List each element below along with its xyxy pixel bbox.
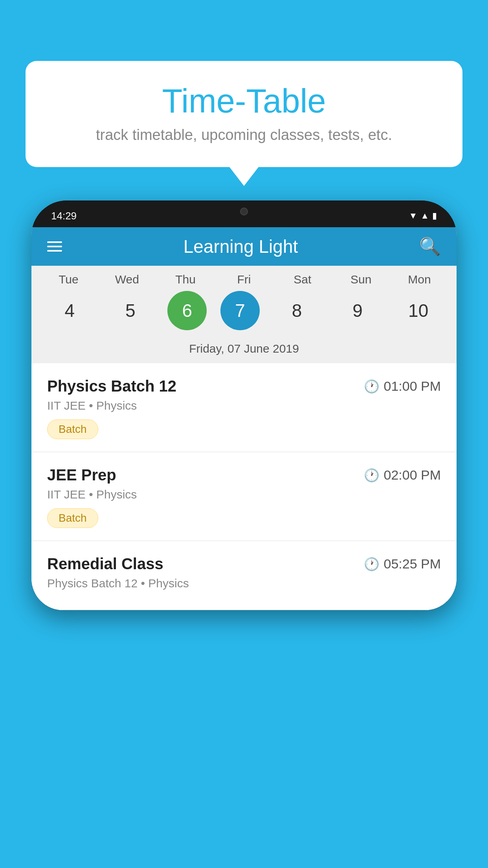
class-meta-1: IIT JEE • Physics (47, 399, 441, 412)
app-header: Learning Light 🔍 (31, 227, 457, 266)
clock-icon-3: 🕐 (364, 557, 380, 572)
phone-frame: 14:29 ▼ ▲ ▮ Learning Ligh (31, 200, 457, 610)
class-item-header-2: JEE Prep 🕐 02:00 PM (47, 466, 441, 484)
hamburger-line-1 (47, 241, 62, 243)
signal-icon: ▲ (420, 211, 429, 221)
day-4[interactable]: 4 (46, 291, 93, 330)
speech-bubble-subtitle: track timetable, upcoming classes, tests… (49, 127, 439, 143)
search-icon[interactable]: 🔍 (419, 236, 441, 257)
front-camera (240, 208, 248, 215)
app-title: Learning Light (183, 236, 298, 257)
class-item-physics-batch[interactable]: Physics Batch 12 🕐 01:00 PM IIT JEE • Ph… (31, 363, 457, 452)
day-8[interactable]: 8 (273, 291, 321, 330)
day-header-thu: Thu (162, 273, 209, 286)
class-item-header-1: Physics Batch 12 🕐 01:00 PM (47, 377, 441, 395)
phone-container: 14:29 ▼ ▲ ▮ Learning Ligh (31, 200, 457, 868)
class-name-1: Physics Batch 12 (47, 377, 176, 395)
day-numbers: 4 5 6 7 8 9 10 (31, 286, 457, 338)
class-item-remedial[interactable]: Remedial Class 🕐 05:25 PM Physics Batch … (31, 541, 457, 610)
day-header-sat: Sat (279, 273, 326, 286)
notch (220, 200, 268, 222)
status-icons: ▼ ▲ ▮ (409, 211, 437, 221)
day-header-tue: Tue (45, 273, 92, 286)
class-meta-2: IIT JEE • Physics (47, 488, 441, 501)
day-header-mon: Mon (396, 273, 443, 286)
class-item-header-3: Remedial Class 🕐 05:25 PM (47, 555, 441, 573)
wifi-icon: ▼ (409, 211, 417, 221)
class-list: Physics Batch 12 🕐 01:00 PM IIT JEE • Ph… (31, 363, 457, 610)
day-header-wed: Wed (103, 273, 150, 286)
status-bar-area: 14:29 ▼ ▲ ▮ (31, 200, 457, 227)
day-7-selected[interactable]: 7 (220, 291, 260, 330)
class-time-value-2: 02:00 PM (383, 467, 441, 483)
speech-bubble: Time-Table track timetable, upcoming cla… (26, 61, 462, 167)
clock-icon-2: 🕐 (364, 468, 380, 483)
class-time-1: 🕐 01:00 PM (364, 379, 441, 394)
clock-icon-1: 🕐 (364, 379, 380, 394)
class-time-2: 🕐 02:00 PM (364, 467, 441, 483)
day-5[interactable]: 5 (107, 291, 154, 330)
class-time-value-3: 05:25 PM (383, 556, 441, 572)
hamburger-line-3 (47, 250, 62, 252)
speech-bubble-title: Time-Table (49, 83, 439, 120)
hamburger-menu-button[interactable] (47, 241, 62, 252)
day-9[interactable]: 9 (334, 291, 381, 330)
day-header-fri: Fri (220, 273, 268, 286)
day-headers: Tue Wed Thu Fri Sat Sun Mon (31, 273, 457, 286)
hamburger-line-2 (47, 246, 62, 247)
app-content: Learning Light 🔍 Tue Wed Thu Fri Sat Sun… (31, 227, 457, 610)
class-name-3: Remedial Class (47, 555, 163, 573)
class-time-3: 🕐 05:25 PM (364, 556, 441, 572)
batch-badge-2: Batch (47, 508, 98, 528)
calendar-strip: Tue Wed Thu Fri Sat Sun Mon 4 5 6 7 8 9 … (31, 266, 457, 363)
day-6-today[interactable]: 6 (167, 291, 207, 330)
class-item-jee-prep[interactable]: JEE Prep 🕐 02:00 PM IIT JEE • Physics Ba… (31, 452, 457, 541)
class-time-value-1: 01:00 PM (383, 379, 441, 394)
class-meta-3: Physics Batch 12 • Physics (47, 577, 441, 590)
selected-date-label: Friday, 07 June 2019 (31, 338, 457, 363)
status-time: 14:29 (51, 210, 77, 222)
day-10[interactable]: 10 (395, 291, 442, 330)
day-header-sun: Sun (338, 273, 385, 286)
batch-badge-1: Batch (47, 419, 98, 439)
battery-icon: ▮ (432, 211, 437, 221)
class-name-2: JEE Prep (47, 466, 116, 484)
speech-bubble-container: Time-Table track timetable, upcoming cla… (26, 61, 462, 167)
